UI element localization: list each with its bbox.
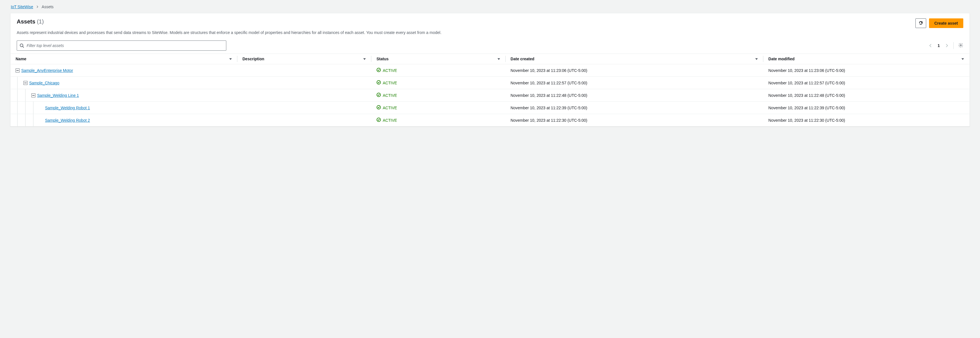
cell-description <box>237 89 371 102</box>
tree-collapse-icon[interactable] <box>24 81 27 85</box>
gear-icon <box>958 43 963 49</box>
cell-description <box>237 77 371 89</box>
cell-date-created: November 10, 2023 at 11:22:57 (UTC-5:00) <box>506 77 763 89</box>
refresh-button[interactable] <box>915 18 926 28</box>
table-row: Sample_Welding Line 1ACTIVENovember 10, … <box>11 89 969 102</box>
check-circle-icon <box>376 117 381 123</box>
settings-button[interactable] <box>958 43 963 49</box>
chevron-right-icon <box>36 5 39 9</box>
table-row: Sample_ChicagoACTIVENovember 10, 2023 at… <box>11 77 969 89</box>
cell-date-modified: November 10, 2023 at 11:22:57 (UTC-5:00) <box>763 77 969 89</box>
cell-date-modified: November 10, 2023 at 11:23:06 (UTC-5:00) <box>763 64 969 77</box>
cell-date-modified: November 10, 2023 at 11:22:39 (UTC-5:00) <box>763 102 969 114</box>
page-next-button[interactable] <box>945 44 949 48</box>
cell-description <box>237 102 371 114</box>
page-title: Assets (1) <box>17 18 44 25</box>
column-header-date-modified[interactable]: Date modified <box>763 54 969 64</box>
asset-name-link[interactable]: Sample_Chicago <box>29 81 59 85</box>
status-badge: ACTIVE <box>376 68 397 73</box>
column-header-status[interactable]: Status <box>371 54 505 64</box>
sort-icon <box>755 57 758 60</box>
status-badge: ACTIVE <box>376 80 397 86</box>
create-asset-button[interactable]: Create asset <box>929 18 963 28</box>
search-container <box>17 40 226 51</box>
cell-description <box>237 114 371 127</box>
page-number: 1 <box>936 43 941 48</box>
check-circle-icon <box>376 105 381 110</box>
asset-name-link[interactable]: Sample_Welding Line 1 <box>37 93 79 98</box>
sort-icon <box>363 57 366 60</box>
check-circle-icon <box>376 80 381 86</box>
table-row: Sample_Welding Robot 1ACTIVENovember 10,… <box>11 102 969 114</box>
status-badge: ACTIVE <box>376 105 397 110</box>
asset-name-link[interactable]: Sample_Welding Robot 2 <box>45 118 90 122</box>
sort-icon <box>229 57 232 60</box>
cell-date-created: November 10, 2023 at 11:23:06 (UTC-5:00) <box>506 64 763 77</box>
tree-collapse-icon[interactable] <box>32 94 35 97</box>
cell-date-created: November 10, 2023 at 11:22:48 (UTC-5:00) <box>506 89 763 102</box>
cell-date-modified: November 10, 2023 at 11:22:48 (UTC-5:00) <box>763 89 969 102</box>
page-prev-button[interactable] <box>928 44 932 48</box>
cell-date-created: November 10, 2023 at 11:22:39 (UTC-5:00) <box>506 102 763 114</box>
asset-name-link[interactable]: Sample_Welding Robot 1 <box>45 106 90 110</box>
refresh-icon <box>918 21 923 26</box>
sort-icon <box>961 57 964 60</box>
column-header-name[interactable]: Name <box>11 54 237 64</box>
panel-description: Assets represent industrial devices and … <box>17 30 963 35</box>
table-row: Sample_Welding Robot 2ACTIVENovember 10,… <box>11 114 969 127</box>
cell-description <box>237 64 371 77</box>
column-header-description[interactable]: Description <box>237 54 371 64</box>
cell-date-created: November 10, 2023 at 11:22:30 (UTC-5:00) <box>506 114 763 127</box>
search-input[interactable] <box>17 40 226 51</box>
breadcrumb: IoT SiteWise Assets <box>10 5 970 9</box>
pagination: 1 <box>928 42 963 49</box>
status-badge: ACTIVE <box>376 92 397 98</box>
cell-date-modified: November 10, 2023 at 11:22:30 (UTC-5:00) <box>763 114 969 127</box>
assets-panel: Assets (1) Create as <box>10 13 970 127</box>
table-row: Sample_AnyEnterprise MotorACTIVENovember… <box>11 64 969 77</box>
check-circle-icon <box>376 68 381 73</box>
svg-point-1 <box>960 45 962 46</box>
status-badge: ACTIVE <box>376 117 397 123</box>
column-header-date-created[interactable]: Date created <box>506 54 763 64</box>
check-circle-icon <box>376 92 381 98</box>
breadcrumb-current: Assets <box>41 5 54 9</box>
assets-table: Name Description <box>11 54 969 126</box>
breadcrumb-root-link[interactable]: IoT SiteWise <box>11 5 33 9</box>
asset-name-link[interactable]: Sample_AnyEnterprise Motor <box>21 68 73 73</box>
tree-collapse-icon[interactable] <box>16 68 19 73</box>
svg-point-0 <box>20 44 23 47</box>
sort-icon <box>497 57 501 60</box>
